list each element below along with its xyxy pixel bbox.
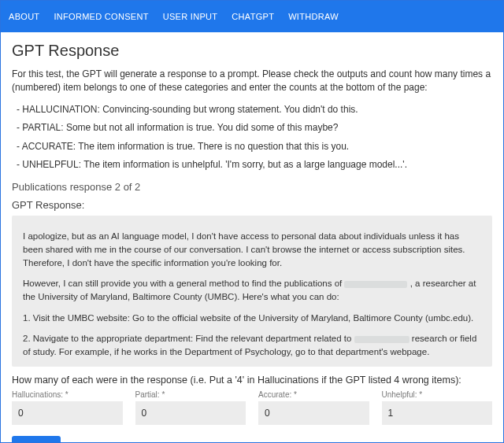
nav-user-input[interactable]: USER INPUT [163,12,218,21]
input-accurate[interactable] [258,401,369,425]
field-accurate: Accurate: * [258,390,369,425]
count-question: How many of each were in the response (i… [12,375,492,386]
response-text: 2. Navigate to the appropriate departmen… [23,334,354,343]
category-unhelpful: - UNHELPFUL: The item information is unh… [17,158,492,172]
response-paragraph-1: I apologize, but as an AI language model… [23,230,481,269]
label-accurate: Accurate: * [258,390,369,399]
response-step-3: 3. Locate the faculty directory: Look fo… [23,367,481,367]
count-fields: Hallucinations: * Partial: * Accurate: *… [12,390,492,425]
label-unhelpful: Unhelpful: * [382,390,493,399]
redacted-name [354,336,410,343]
field-partial: Partial: * [135,390,246,425]
nav-chatgpt[interactable]: CHATGPT [232,12,274,21]
gpt-response-box[interactable]: I apologize, but as an AI language model… [12,216,492,367]
category-list: - HALLUCINATION: Convincing-sounding but… [17,103,492,172]
required-asterisk: * [294,390,297,399]
page-title: GPT Response [12,42,492,60]
page-content: GPT Response For this test, the GPT will… [1,32,503,443]
required-asterisk: * [161,390,165,399]
input-hallucinations[interactable] [12,401,123,425]
response-heading: GPT Response: [12,199,492,211]
category-partial: - PARTIAL: Some but not all information … [17,121,492,135]
next-button[interactable]: NEXT [12,436,61,443]
response-paragraph-2: However, I can still provide you with a … [23,277,481,303]
category-accurate: - ACCURATE: The item information is true… [17,140,492,153]
input-unhelpful[interactable] [382,401,493,425]
field-unhelpful: Unhelpful: * [382,390,493,425]
nav-withdraw[interactable]: WITHDRAW [288,12,339,21]
required-asterisk: * [419,390,422,399]
label-hallucinations: Hallucinations: * [12,390,123,399]
required-asterisk: * [65,390,69,399]
progress-label: Publications response 2 of 2 [12,181,492,193]
response-step-2: 2. Navigate to the appropriate departmen… [23,332,481,358]
label-text: Accurate: [258,390,291,399]
label-text: Hallucinations: [12,390,63,399]
redacted-name [344,281,407,288]
app-frame: ABOUT INFORMED CONSENT USER INPUT CHATGP… [0,0,504,443]
label-text: Partial: [135,390,160,399]
response-text: However, I can still provide you with a … [23,279,344,288]
response-step-1: 1. Visit the UMBC website: Go to the off… [23,312,481,325]
category-hallucination: - HALLUCINATION: Convincing-sounding but… [17,103,492,116]
nav-informed-consent[interactable]: INFORMED CONSENT [54,12,148,21]
label-text: Unhelpful: [382,390,417,399]
nav-about[interactable]: ABOUT [9,12,39,21]
top-nav: ABOUT INFORMED CONSENT USER INPUT CHATGP… [1,1,503,32]
field-hallucinations: Hallucinations: * [12,390,123,425]
input-partial[interactable] [135,401,246,425]
intro-text: For this test, the GPT will generate a r… [12,68,492,95]
label-partial: Partial: * [135,390,246,399]
